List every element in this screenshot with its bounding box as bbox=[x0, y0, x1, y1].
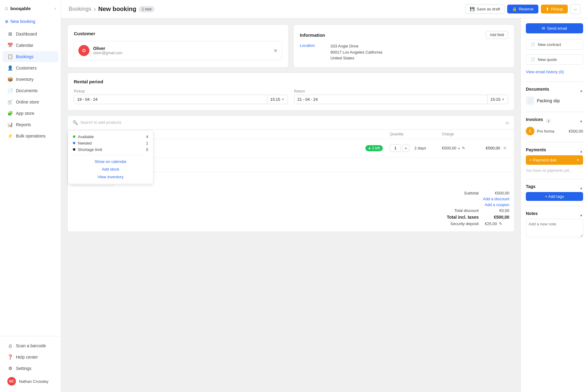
product-duration: 2 days bbox=[414, 146, 442, 150]
sidebar-item-online-store[interactable]: 🛒 Online store bbox=[2, 96, 58, 107]
return-time-picker[interactable]: 15:15 ▼ bbox=[487, 95, 508, 104]
more-options-button[interactable]: ··· bbox=[570, 4, 581, 14]
product-price: €500,00 ▲ ✎ bbox=[442, 146, 473, 150]
sidebar-item-documents[interactable]: 📄 Documents bbox=[2, 85, 58, 96]
plus-icon: ⊕ bbox=[5, 19, 9, 24]
breadcrumb-parent[interactable]: Bookings bbox=[69, 6, 91, 12]
packing-slip-label: Packing slip bbox=[537, 98, 560, 103]
sidebar-item-reports[interactable]: 📊 Reports bbox=[2, 119, 58, 130]
documents-collapse-button[interactable]: ▲ bbox=[579, 89, 583, 93]
new-contract-button[interactable]: 📄 New contract bbox=[526, 40, 583, 50]
pickup-time-picker[interactable]: 15:15 ▼ bbox=[267, 95, 288, 104]
user-name: Nathan Crossley bbox=[19, 379, 48, 384]
send-email-button[interactable]: ✉ Send email bbox=[526, 23, 583, 33]
app-store-icon: 🧩 bbox=[7, 111, 13, 116]
inventory-icon: 📦 bbox=[7, 77, 13, 82]
show-calendar-button[interactable]: Show on calendar bbox=[73, 158, 148, 165]
save-draft-button[interactable]: 💾 Save as draft bbox=[465, 4, 505, 14]
shortage-row: Shortage limit 0 bbox=[73, 147, 148, 152]
breadcrumb-current: New booking bbox=[98, 6, 136, 13]
email-history-link[interactable]: View email history (0) bbox=[526, 70, 583, 74]
search-input[interactable] bbox=[80, 120, 503, 125]
pickup-date-input[interactable] bbox=[74, 95, 267, 104]
add-tags-button[interactable]: + Add tags bbox=[526, 192, 583, 201]
total-taxes-row: Total incl. taxes €500,00 bbox=[73, 213, 509, 221]
payments-title: Payments bbox=[526, 147, 546, 152]
products-card: 🔍 Available 4 Needed 1 bbox=[67, 115, 514, 232]
new-booking-button[interactable]: ⊕ New booking bbox=[5, 19, 35, 24]
avail-circle-icon: ● bbox=[368, 146, 371, 150]
remove-customer-button[interactable]: ✕ bbox=[273, 48, 277, 54]
invoices-section-header: Invoices 1 ▲ bbox=[526, 117, 583, 125]
tags-collapse-button[interactable]: ▲ bbox=[579, 186, 583, 190]
filter-icon[interactable]: ⚏ bbox=[505, 120, 509, 125]
col-qty: Quantity bbox=[390, 132, 414, 136]
tags-section: Tags ▲ + Add tags bbox=[526, 184, 583, 201]
notes-textarea[interactable] bbox=[526, 219, 583, 237]
quantity-increment-button[interactable]: + bbox=[402, 145, 409, 152]
price-adjust-icon[interactable]: ▲ bbox=[458, 146, 461, 150]
sidebar-item-calendar[interactable]: 📅 Calendar bbox=[2, 40, 58, 51]
security-deposit-row: Security deposit €25,00 ✎ bbox=[73, 221, 509, 227]
search-icon: 🔍 bbox=[73, 120, 78, 125]
payments-collapse-button[interactable]: ▲ bbox=[579, 149, 583, 153]
save-icon: 💾 bbox=[470, 7, 475, 11]
total-discount-row: Total discount €0,00 bbox=[73, 208, 509, 213]
right-panel: ✉ Send email 📄 New contract 📄 New quote … bbox=[521, 18, 588, 392]
invoice-amount: €500,00 bbox=[569, 129, 583, 134]
sidebar-collapse-button[interactable]: ‹ bbox=[55, 6, 56, 11]
remove-product-button[interactable]: ✕ bbox=[500, 145, 509, 151]
total-taxes-label: Total incl. taxes bbox=[447, 215, 479, 220]
sidebar-item-dashboard[interactable]: ⊞ Dashboard bbox=[2, 28, 58, 40]
summary-section: Subtotal €500,00 Add a discount Add a co… bbox=[68, 190, 514, 232]
view-inventory-button[interactable]: View inventory bbox=[73, 174, 148, 180]
tags-title: Tags bbox=[526, 184, 536, 189]
add-field-button[interactable]: Add field bbox=[486, 31, 508, 39]
reserve-button[interactable]: 🔒 Reserve bbox=[507, 5, 538, 13]
sidebar-item-help-center[interactable]: ❓ Help center bbox=[2, 352, 58, 363]
user-avatar: NC bbox=[7, 377, 16, 386]
return-field: Return 15:15 ▼ bbox=[294, 89, 508, 104]
sidebar-item-settings[interactable]: ⚙ Settings bbox=[2, 363, 58, 374]
sidebar-item-inventory[interactable]: 📦 Inventory bbox=[2, 74, 58, 85]
pickup-button[interactable]: ⬆ Pickup bbox=[541, 5, 568, 13]
help-icon: ❓ bbox=[7, 354, 13, 360]
information-card: Information Add field Location 333 Angie… bbox=[293, 24, 514, 68]
add-coupon-link[interactable]: Add a coupon bbox=[485, 202, 509, 207]
sidebar-bottom: ⎙ Scan a barcode ❓ Help center ⚙ Setting… bbox=[0, 336, 61, 392]
add-discount-link[interactable]: Add a discount bbox=[483, 197, 509, 201]
return-date-input[interactable] bbox=[294, 95, 487, 104]
reports-icon: 📊 bbox=[7, 122, 13, 127]
notes-collapse-button[interactable]: ▲ bbox=[579, 213, 583, 217]
sidebar-item-scan-barcode[interactable]: ⎙ Scan a barcode bbox=[2, 340, 58, 351]
deposit-value: €25,00 ✎ bbox=[485, 221, 509, 226]
invoices-collapse-button[interactable]: ▲ bbox=[579, 119, 583, 123]
add-stock-button[interactable]: Add stock bbox=[73, 166, 148, 172]
price-edit-icon[interactable]: ✎ bbox=[462, 146, 465, 150]
info-card-header: Information Add field bbox=[300, 31, 508, 39]
new-quote-button[interactable]: 📄 New quote bbox=[526, 55, 583, 65]
contract-icon: 📄 bbox=[530, 42, 535, 47]
product-total: €500,00 bbox=[473, 146, 500, 150]
customers-icon: 👤 bbox=[7, 65, 13, 71]
customer-card: Customer O Oliver oliver@gmail.com ✕ bbox=[67, 24, 288, 68]
availability-pill[interactable]: ● 3 left bbox=[365, 145, 383, 151]
invoices-title: Invoices bbox=[526, 117, 543, 122]
deposit-edit-icon[interactable]: ✎ bbox=[499, 221, 502, 226]
new-badge: 1 new bbox=[139, 6, 155, 12]
payment-due-button[interactable]: + Payment due ▼ bbox=[526, 155, 583, 165]
sidebar-item-app-store[interactable]: 🧩 App store bbox=[2, 108, 58, 119]
documents-section: Documents ▲ 📄 Packing slip bbox=[526, 87, 583, 107]
info-location-row: Location 333 Angie Drive 90017 Los Angel… bbox=[300, 43, 508, 61]
quantity-input[interactable] bbox=[390, 144, 401, 152]
bookings-icon: 📋 bbox=[7, 54, 13, 59]
availability-badge: ● 3 left bbox=[365, 145, 390, 151]
user-profile[interactable]: NC Nathan Crossley bbox=[2, 374, 58, 388]
payments-section: Payments ▲ + Payment due ▼ You have no p… bbox=[526, 147, 583, 174]
sidebar-item-bulk-operations[interactable]: ⚡ Bulk operations bbox=[2, 130, 58, 141]
needed-dot bbox=[73, 142, 75, 144]
sidebar-item-customers[interactable]: 👤 Customers bbox=[2, 62, 58, 74]
sidebar-logo: ⌂ booqable ‹ bbox=[0, 0, 61, 17]
sidebar-item-bookings[interactable]: 📋 Bookings bbox=[2, 51, 58, 62]
logo-icon: ⌂ bbox=[5, 6, 8, 11]
